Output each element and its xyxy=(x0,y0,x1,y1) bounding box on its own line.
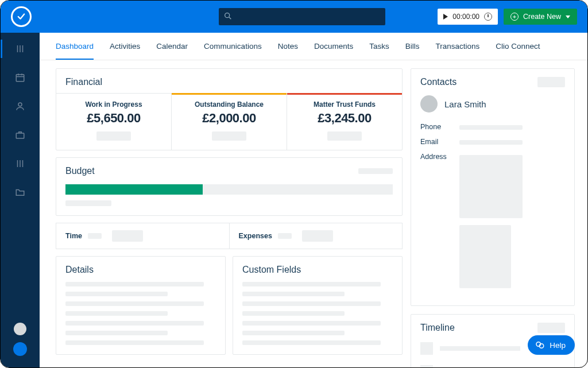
svg-rect-10 xyxy=(16,133,24,138)
contacts-title: Contacts xyxy=(420,77,457,87)
timer-value: 00:00:00 xyxy=(452,13,479,21)
play-icon xyxy=(443,14,448,20)
time-expense-row: Time Expenses xyxy=(56,223,403,249)
sidebar-status-grey-icon[interactable] xyxy=(14,323,26,335)
logo-icon[interactable] xyxy=(11,6,32,27)
tab-communications[interactable]: Communications xyxy=(204,34,262,59)
help-button[interactable]: Help xyxy=(528,335,575,355)
time-label: Time xyxy=(65,232,82,240)
tab-clio-connect[interactable]: Clio Connect xyxy=(496,34,540,59)
clock-icon xyxy=(484,13,492,21)
chevron-down-icon xyxy=(566,16,570,18)
details-card: Details xyxy=(56,256,226,355)
svg-point-9 xyxy=(18,103,22,106)
sidebar-item-person-icon[interactable] xyxy=(14,100,26,112)
tab-bills[interactable]: Bills xyxy=(405,34,420,59)
tab-transactions[interactable]: Transactions xyxy=(436,34,480,59)
financial-title: Financial xyxy=(65,77,393,87)
sidebar-item-briefcase-icon[interactable] xyxy=(14,129,26,141)
help-label: Help xyxy=(550,341,566,350)
contact-name: Lara Smith xyxy=(444,99,486,109)
create-new-button[interactable]: + Create New xyxy=(504,9,577,25)
search-icon xyxy=(223,11,233,23)
financial-card: Financial Work in Progress £5,650.00 Out… xyxy=(56,68,403,150)
details-title: Details xyxy=(65,265,216,275)
timeline-title: Timeline xyxy=(420,323,455,333)
budget-progress xyxy=(65,184,393,195)
sidebar-item-calendar-icon[interactable] xyxy=(14,72,26,83)
sidebar-item-folder-icon[interactable] xyxy=(14,187,26,198)
sidebar-item-bar-icon[interactable] xyxy=(14,43,26,55)
tab-activities[interactable]: Activities xyxy=(110,34,140,59)
tab-documents[interactable]: Documents xyxy=(314,34,353,59)
svg-rect-5 xyxy=(16,75,24,82)
plus-circle-icon: + xyxy=(510,13,519,21)
custom-fields-card: Custom Fields xyxy=(233,256,403,355)
create-new-label: Create New xyxy=(523,13,561,21)
phone-label: Phone xyxy=(420,123,451,131)
search-input[interactable] xyxy=(219,8,385,25)
tab-tasks[interactable]: Tasks xyxy=(369,34,389,59)
contacts-card: Contacts Lara Smith Phone Email xyxy=(411,68,575,306)
custom-fields-title: Custom Fields xyxy=(242,265,393,275)
email-label: Email xyxy=(420,138,451,146)
tabs-nav: Dashboard Activities Calendar Communicat… xyxy=(40,33,587,60)
tab-dashboard[interactable]: Dashboard xyxy=(56,34,94,60)
budget-title: Budget xyxy=(65,166,95,176)
tab-notes[interactable]: Notes xyxy=(278,34,298,59)
avatar xyxy=(420,95,438,113)
chat-icon xyxy=(535,340,545,350)
financial-col-outstanding: Outstanding Balance £2,000.00 xyxy=(171,94,287,150)
tab-calendar[interactable]: Calendar xyxy=(156,34,188,59)
sidebar-status-blue-icon[interactable] xyxy=(13,342,27,356)
budget-card: Budget xyxy=(56,157,403,216)
sidebar-item-bars2-icon[interactable] xyxy=(14,158,26,169)
svg-point-0 xyxy=(225,13,230,18)
address-label: Address xyxy=(420,153,451,288)
financial-col-trust: Matter Trust Funds £3,245.00 xyxy=(287,94,402,150)
timeline-item xyxy=(420,365,565,367)
expenses-label: Expenses xyxy=(239,232,272,240)
svg-line-1 xyxy=(229,17,231,19)
financial-col-wip: Work in Progress £5,650.00 xyxy=(56,94,171,150)
timer-widget[interactable]: 00:00:00 xyxy=(438,9,498,25)
